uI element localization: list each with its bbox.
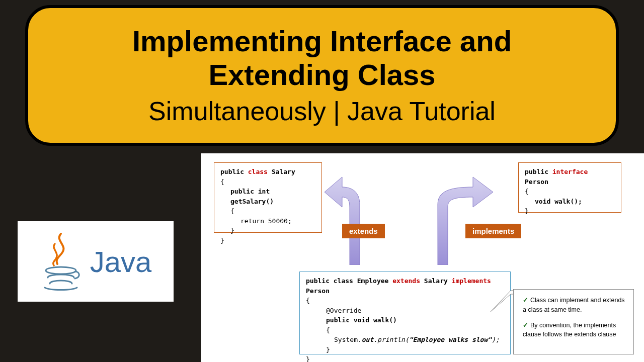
extends-tag: extends xyxy=(342,224,385,238)
kw: Salary xyxy=(424,277,448,285)
check-icon: ✓ xyxy=(523,322,528,329)
extends-arrow-icon xyxy=(322,164,382,265)
person-interface-box: public interface Person { void walk(); } xyxy=(518,162,621,213)
kw: public class Employee xyxy=(306,277,388,285)
code-line: } xyxy=(306,354,504,362)
code-line: } xyxy=(220,236,315,246)
code-line: "Employee walks slow" xyxy=(409,336,492,343)
implements-arrow-icon xyxy=(425,164,496,265)
implements-tag: implements xyxy=(465,224,521,238)
class-name: Salary xyxy=(272,168,295,175)
title-text-1a: Implementing Interface and xyxy=(132,25,512,57)
java-cup-icon xyxy=(40,231,83,292)
check-icon: ✓ xyxy=(523,297,528,304)
java-logo: Java xyxy=(18,221,174,302)
java-logo-text: Java xyxy=(90,245,152,279)
kw: extends xyxy=(392,277,420,285)
employee-class-box: public class Employee extends Salary imp… xyxy=(299,272,511,354)
code-line: .println( xyxy=(373,336,409,343)
note-text: By convention, the implements clause fol… xyxy=(523,322,616,338)
kw: implements xyxy=(452,277,491,285)
code-line: out xyxy=(362,336,373,343)
kw: class xyxy=(248,168,268,175)
salary-class-box: public class Salary { public int getSala… xyxy=(214,162,322,233)
code-line: public int getSalary() xyxy=(220,187,315,206)
notes-box: ✓Class can implement and extends a class… xyxy=(513,289,634,354)
code-line: @Override xyxy=(306,306,504,316)
kw: public xyxy=(525,168,548,175)
code-line: } xyxy=(525,206,615,216)
diagram-area: public class Salary { public int getSala… xyxy=(201,153,644,362)
title-line-1: Implementing Interface and Extending Cla… xyxy=(132,25,512,92)
code-line: public void walk() xyxy=(306,315,504,325)
code-line: { xyxy=(306,325,504,335)
title-banner: Implementing Interface and Extending Cla… xyxy=(25,5,619,146)
code-line: { xyxy=(306,296,504,306)
iface-name: Person xyxy=(525,178,548,186)
code-line: } xyxy=(306,345,504,355)
kw: public xyxy=(220,168,244,175)
code-line: { xyxy=(525,187,615,197)
code-line: void walk(); xyxy=(525,197,615,207)
code-line: { xyxy=(220,206,315,216)
code-line: System. xyxy=(326,336,362,343)
note-text: Class can implement and extends a class … xyxy=(523,297,625,313)
title-text-1b: Extending Class xyxy=(208,58,435,91)
code-line: } xyxy=(220,226,315,236)
kw: Person xyxy=(306,287,330,295)
code-line: ); xyxy=(492,336,500,343)
code-line: { xyxy=(220,177,315,187)
note-2: ✓By convention, the implements clause fo… xyxy=(523,321,627,340)
title-line-2: Simultaneously | Java Tutorial xyxy=(148,96,496,126)
code-line: return 50000; xyxy=(220,216,315,226)
note-1: ✓Class can implement and extends a class… xyxy=(523,296,627,315)
kw: interface xyxy=(552,168,588,175)
